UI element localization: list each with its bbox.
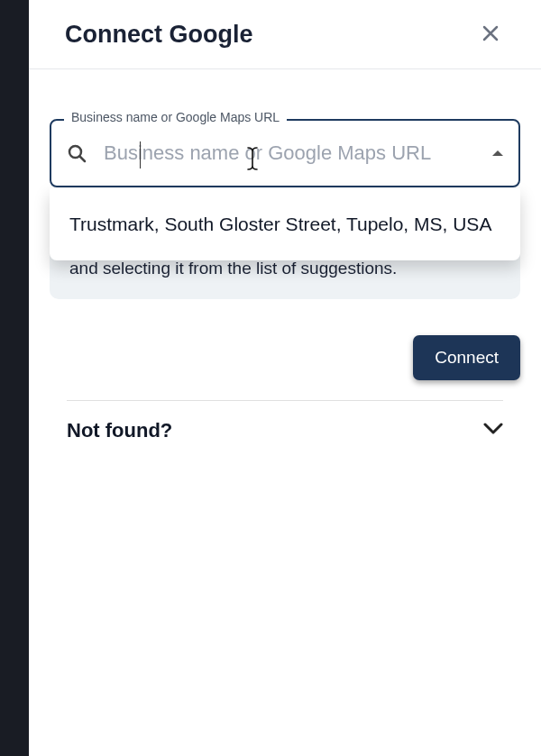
- section-divider: [67, 400, 503, 401]
- search-input[interactable]: [104, 141, 475, 165]
- accordion-title: Not found?: [67, 419, 172, 442]
- chevron-up-icon[interactable]: [491, 145, 504, 161]
- suggestion-label: Trustmark, South Gloster Street, Tupelo,…: [69, 214, 491, 234]
- not-found-accordion[interactable]: Not found?: [67, 419, 503, 442]
- suggestions-dropdown: Trustmark, South Gloster Street, Tupelo,…: [50, 188, 520, 260]
- search-icon: [66, 142, 87, 164]
- text-caret: [140, 141, 141, 169]
- close-button[interactable]: [476, 20, 505, 49]
- chevron-down-icon: [483, 423, 503, 439]
- panel-title: Connect Google: [65, 21, 253, 49]
- actions-row: Connect: [29, 317, 541, 387]
- connect-google-panel: Connect Google Business name or Google M…: [29, 0, 541, 756]
- search-field: Business name or Google Maps URL: [50, 119, 520, 187]
- search-combobox[interactable]: [50, 119, 520, 187]
- suggestion-item[interactable]: Trustmark, South Gloster Street, Tupelo,…: [50, 194, 520, 255]
- connect-button[interactable]: Connect: [413, 335, 520, 380]
- search-field-label: Business name or Google Maps URL: [64, 110, 287, 124]
- connect-button-label: Connect: [435, 348, 499, 367]
- close-icon: [481, 21, 500, 49]
- panel-header: Connect Google: [29, 0, 541, 69]
